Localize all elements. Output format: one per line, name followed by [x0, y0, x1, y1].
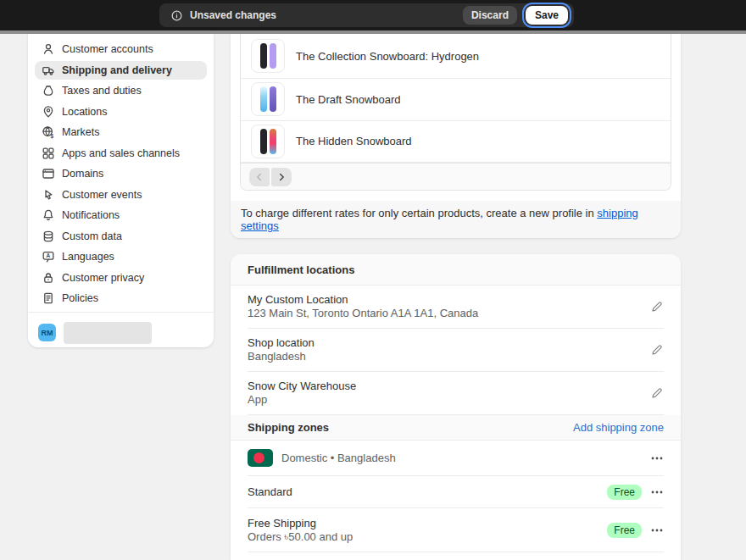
product-row: The Draft Snowboard: [241, 79, 671, 121]
rate-name: Standard: [248, 485, 292, 499]
database-icon: [42, 230, 55, 243]
product-thumbnail: [251, 125, 285, 158]
savebar-actions: Discard Save: [463, 6, 571, 25]
rate-text: Standard: [248, 485, 292, 499]
sidebar-item-label: Customer events: [62, 189, 142, 201]
edit-location-button[interactable]: [650, 386, 664, 400]
sidebar-item-label: Locations: [62, 106, 108, 118]
pagination-next-button[interactable]: [271, 168, 292, 186]
location-detail: Bangladesh: [248, 350, 315, 363]
sidebar-item[interactable]: Customer events: [35, 186, 207, 205]
product-title: The Draft Snowboard: [296, 93, 401, 106]
sidebar-item[interactable]: Custom data: [35, 227, 207, 247]
pagination-prev-button[interactable]: [249, 168, 270, 186]
unsaved-changes-label: Unsaved changes: [190, 9, 276, 21]
rate-menu-button[interactable]: [650, 524, 664, 537]
sidebar-item[interactable]: Apps and sales channels: [35, 144, 207, 164]
products-pagination-bar: [241, 163, 671, 190]
sidebar-item[interactable]: Taxes and duties: [35, 81, 207, 101]
location-name: Shop location: [248, 336, 315, 350]
zone-name: Domestic • Bangladesh: [281, 452, 396, 464]
sidebar-item[interactable]: Policies: [35, 289, 207, 308]
domain-icon: [42, 167, 55, 180]
lock-icon: [42, 271, 55, 285]
sidebar-item[interactable]: Notifications: [35, 206, 207, 225]
free-badge: Free: [607, 523, 642, 538]
shipping-rate-row: Free Shipping Orders ৳50.00 and up Free: [248, 508, 664, 552]
sidebar-nav-list: Customer accounts Shipping and delivery …: [35, 40, 207, 308]
translate-icon: A: [42, 250, 55, 263]
fulfillment-location-row: My Custom Location 123 Main St, Toronto …: [248, 286, 664, 329]
edit-location-button[interactable]: [650, 300, 664, 313]
location-detail: 123 Main St, Toronto Ontario A1A 1A1, Ca…: [248, 307, 478, 320]
discard-button[interactable]: Discard: [463, 6, 517, 25]
info-icon: [170, 8, 183, 22]
sidebar-item[interactable]: Locations: [35, 103, 207, 122]
sidebar-item-label: Custom data: [62, 230, 122, 242]
sidebar-item[interactable]: $ Markets: [35, 123, 207, 142]
fulfillment-locations-title: Fulfillment locations: [248, 263, 354, 276]
product-thumbnail: [251, 39, 285, 73]
pagination: [249, 168, 292, 186]
store-switcher[interactable]: RM: [35, 313, 207, 353]
cursor-icon: [42, 188, 55, 202]
rate-menu-button[interactable]: [650, 485, 664, 499]
fulfillment-locations-list: My Custom Location 123 Main St, Toronto …: [231, 286, 681, 415]
sidebar-item-label: Apps and sales channels: [62, 147, 180, 159]
sidebar-item-label: Languages: [62, 251, 114, 263]
add-rate-button[interactable]: Add rate: [248, 552, 664, 560]
rate-detail: Orders ৳50.00 and up: [248, 530, 353, 544]
location-name: Snow City Warehouse: [248, 380, 356, 393]
shipping-rates-list: Standard Free Free Shipping Orders ৳50.0…: [231, 476, 681, 552]
sidebar-item[interactable]: Customer privacy: [35, 269, 207, 288]
settings-content: Customer accounts Shipping and delivery …: [0, 34, 746, 560]
document-icon: [42, 291, 55, 305]
topbar: Unsaved changes Discard Save: [0, 0, 746, 30]
location-text: My Custom Location 123 Main St, Toronto …: [248, 293, 478, 320]
save-button[interactable]: Save: [526, 6, 568, 25]
fulfillment-location-row: Snow City Warehouse App: [248, 372, 664, 415]
sidebar-item-label: Taxes and duties: [62, 85, 142, 97]
truck-icon: [42, 64, 55, 77]
shipping-profile-footer-text: To charge different rates for only certa…: [241, 207, 671, 232]
svg-text:$: $: [50, 133, 53, 139]
apps-icon: [42, 147, 55, 160]
zone-menu-button[interactable]: [650, 452, 664, 465]
sidebar-item-label: Markets: [62, 126, 99, 138]
settings-sidebar: Customer accounts Shipping and delivery …: [28, 34, 214, 347]
shipping-zone-row: Domestic • Bangladesh: [248, 441, 664, 476]
shopify-settings-screen: Unsaved changes Discard Save Customer ac…: [0, 0, 746, 560]
settings-main: The Collection Snowboard: Hydrogen The D…: [231, 34, 681, 560]
sidebar-item[interactable]: Customer accounts: [35, 40, 207, 59]
products-list-box: The Collection Snowboard: Hydrogen The D…: [240, 34, 671, 191]
product-title: The Hidden Snowboard: [296, 135, 412, 147]
location-detail: App: [248, 393, 356, 407]
shipping-zones-title: Shipping zones: [248, 421, 329, 434]
fulfillment-locations-card: Fulfillment locations My Custom Location…: [231, 254, 681, 560]
location-pin-icon: [42, 105, 55, 119]
sidebar-item-label: Notifications: [62, 209, 120, 221]
flag-dot: [253, 452, 264, 463]
product-thumbnail: [251, 82, 285, 116]
product-row: The Hidden Snowboard: [241, 121, 671, 164]
add-shipping-zone-link[interactable]: Add shipping zone: [573, 421, 664, 434]
product-row: The Collection Snowboard: Hydrogen: [241, 34, 671, 79]
sidebar-item[interactable]: A Languages: [35, 247, 207, 267]
sidebar-item-label: Domains: [62, 168, 103, 180]
person-icon: [42, 42, 55, 56]
sidebar-item-label: Policies: [62, 292, 98, 304]
svg-text:A: A: [46, 253, 50, 259]
globe-dollar-icon: $: [42, 125, 55, 139]
sidebar-item-label: Customer accounts: [62, 43, 153, 55]
unsaved-changes-bar: Unsaved changes Discard Save: [159, 3, 574, 27]
rate-text: Free Shipping Orders ৳50.00 and up: [248, 517, 353, 544]
bangladesh-flag-icon: [248, 449, 273, 467]
sidebar-item[interactable]: Shipping and delivery: [35, 61, 207, 80]
sidebar-item[interactable]: Domains: [35, 164, 207, 184]
location-text: Snow City Warehouse App: [248, 380, 356, 407]
rate-name: Free Shipping: [248, 517, 353, 530]
fulfillment-locations-header: Fulfillment locations: [231, 254, 681, 286]
sidebar-item-label: Shipping and delivery: [62, 64, 172, 76]
edit-location-button[interactable]: [650, 343, 664, 357]
products-list: The Collection Snowboard: Hydrogen The D…: [241, 34, 671, 163]
